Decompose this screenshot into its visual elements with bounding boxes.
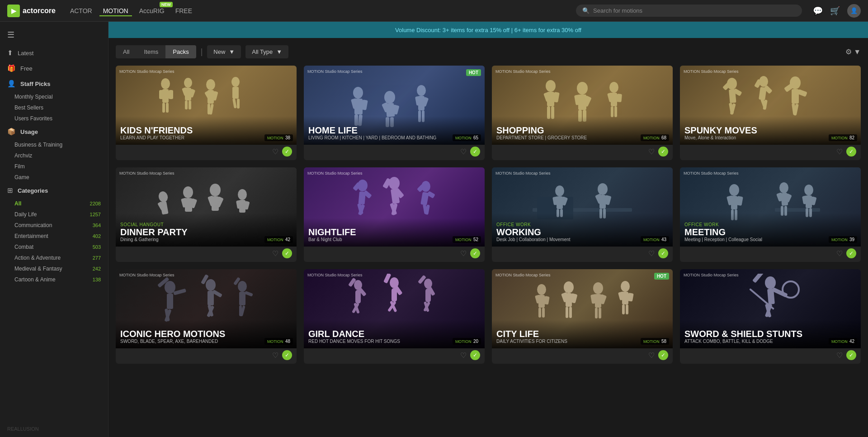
card-add-button[interactable]: ✓ bbox=[470, 248, 480, 258]
card-like-button[interactable]: ♡ bbox=[272, 351, 278, 360]
nav-free[interactable]: FREE bbox=[172, 5, 196, 16]
sidebar-cat-entertainment[interactable]: Entertainment 402 bbox=[0, 231, 108, 242]
sidebar-sub-business[interactable]: Business & Training bbox=[0, 139, 108, 150]
cart-icon[interactable]: 🛒 bbox=[830, 6, 840, 16]
logo[interactable]: ▶ actorcore bbox=[7, 5, 56, 17]
sidebar-item-latest[interactable]: ⬆ Latest bbox=[0, 45, 108, 61]
motion-card-10[interactable]: MOTION Studio Mocap Series GIRL DANCE RE… bbox=[304, 269, 485, 364]
card-add-button[interactable]: ✓ bbox=[470, 350, 480, 360]
card-series: MOTION Studio Mocap Series bbox=[119, 273, 175, 277]
card-like-button[interactable]: ♡ bbox=[836, 249, 843, 258]
motion-card-12[interactable]: MOTION Studio Mocap Series SWORD & SHIEL… bbox=[680, 269, 861, 364]
sidebar-cat-medieval[interactable]: Medieval & Fantasy 242 bbox=[0, 263, 108, 274]
sidebar-sub-film[interactable]: Film bbox=[0, 161, 108, 172]
motion-card-9[interactable]: MOTION Studio Mocap Series ICONIC HERO M… bbox=[116, 269, 297, 364]
card-like-button[interactable]: ♡ bbox=[648, 249, 655, 258]
message-icon[interactable]: 💬 bbox=[813, 6, 823, 16]
card-add-button[interactable]: ✓ bbox=[658, 147, 668, 157]
sidebar-sub-archviz[interactable]: Archviz bbox=[0, 150, 108, 161]
search-bar[interactable]: 🔍 bbox=[576, 5, 802, 17]
sidebar-cat-cartoon[interactable]: Cartoon & Anime 138 bbox=[0, 274, 108, 285]
filter-type-dropdown[interactable]: All Type ▼ bbox=[245, 45, 288, 58]
card-series: MOTION Studio Mocap Series bbox=[307, 171, 363, 176]
card-add-button[interactable]: ✓ bbox=[846, 248, 856, 258]
card-add-button[interactable]: ✓ bbox=[282, 248, 292, 258]
card-actions: ♡ ✓ bbox=[680, 348, 861, 364]
svg-rect-182 bbox=[538, 308, 541, 318]
sidebar-cat-action-adventure[interactable]: Action & Adventure 277 bbox=[0, 252, 108, 263]
card-thumb-bg: MOTION Studio Mocap Series SWORD & SHIEL… bbox=[680, 269, 861, 348]
sidebar-sub-users-favorites[interactable]: Users Favorites bbox=[0, 113, 108, 124]
cat-communication-label: Communication bbox=[14, 222, 52, 228]
card-add-button[interactable]: ✓ bbox=[658, 248, 668, 258]
cat-cartoon-label: Cartoon & Anime bbox=[14, 276, 56, 283]
nav-actor[interactable]: ACTOR bbox=[66, 5, 96, 16]
card-thumbnail: MOTION Studio Mocap Series GIRL DANCE RE… bbox=[304, 269, 485, 348]
card-add-button[interactable]: ✓ bbox=[282, 350, 292, 360]
card-like-button[interactable]: ♡ bbox=[460, 249, 467, 258]
card-like-button[interactable]: ♡ bbox=[460, 351, 467, 360]
top-navigation: ▶ actorcore ACTOR MOTION AccuRIG NEW FRE… bbox=[0, 0, 868, 22]
card-add-button[interactable]: ✓ bbox=[282, 147, 292, 157]
card-like-button[interactable]: ♡ bbox=[648, 147, 655, 156]
card-like-button[interactable]: ♡ bbox=[272, 147, 278, 156]
sidebar-sub-monthly-special[interactable]: Monthly Special bbox=[0, 91, 108, 102]
card-actions: ♡ ✓ bbox=[116, 247, 297, 262]
motion-card-2[interactable]: HOT MOTION Studio Mocap Series HOME LIFE… bbox=[304, 66, 485, 160]
sidebar-sub-game[interactable]: Game bbox=[0, 172, 108, 183]
filter-tab-all[interactable]: All bbox=[116, 45, 137, 58]
hamburger-menu[interactable]: ☰ bbox=[0, 27, 108, 45]
svg-rect-56 bbox=[611, 106, 613, 117]
card-series: MOTION Studio Mocap Series bbox=[495, 69, 551, 74]
card-like-button[interactable]: ♡ bbox=[460, 147, 467, 156]
card-like-button[interactable]: ♡ bbox=[272, 249, 278, 258]
motion-card-4[interactable]: MOTION Studio Mocap Series SPUNKY MOVES … bbox=[680, 66, 861, 160]
card-title-overlay: KIDS N'FRIENDS bbox=[120, 125, 292, 135]
card-motion-badge: MOTION 82 bbox=[829, 134, 857, 141]
motion-card-8[interactable]: MOTION Studio Mocap Series OFFICE WORK M… bbox=[680, 167, 861, 262]
search-input[interactable] bbox=[593, 7, 796, 14]
motion-card-11[interactable]: HOT MOTION Studio Mocap Series CITY LIFE… bbox=[492, 269, 673, 364]
nav-accurig[interactable]: AccuRIG NEW bbox=[136, 5, 168, 16]
card-title-overlay: CITY LIFE bbox=[496, 329, 668, 339]
avatar[interactable]: 👤 bbox=[847, 4, 861, 18]
filter-new-dropdown[interactable]: New ▼ bbox=[207, 45, 241, 58]
card-like-button[interactable]: ♡ bbox=[836, 147, 843, 156]
svg-point-178 bbox=[537, 284, 546, 295]
search-icon: 🔍 bbox=[582, 7, 590, 14]
card-title-overlay: SPUNKY MOVES bbox=[684, 125, 856, 135]
card-add-button[interactable]: ✓ bbox=[658, 350, 668, 360]
card-motion-badge: MOTION 20 bbox=[453, 338, 481, 345]
svg-rect-201 bbox=[626, 304, 628, 314]
sidebar-cat-combat[interactable]: Combat 503 bbox=[0, 242, 108, 252]
motion-card-7[interactable]: MOTION Studio Mocap Series OFFICE WORK W… bbox=[492, 167, 673, 262]
nav-motion[interactable]: MOTION bbox=[99, 5, 132, 16]
main-content: All Items Packs | New ▼ All Type ▼ ⚙ ▼ bbox=[108, 38, 868, 437]
cat-communication-count: 364 bbox=[93, 223, 101, 228]
motion-card-5[interactable]: MOTION Studio Mocap Series SOCIAL HANGOU… bbox=[116, 167, 297, 262]
card-like-button[interactable]: ♡ bbox=[836, 351, 843, 360]
svg-point-76 bbox=[157, 190, 169, 203]
card-add-button[interactable]: ✓ bbox=[846, 147, 856, 157]
sidebar-sub-best-sellers[interactable]: Best Sellers bbox=[0, 102, 108, 113]
sidebar-cat-communication[interactable]: Communication 364 bbox=[0, 220, 108, 231]
filter-tab-packs[interactable]: Packs bbox=[165, 45, 196, 58]
motion-card-1[interactable]: MOTION Studio Mocap Series KIDS N'FRIEND… bbox=[116, 66, 297, 160]
filter-new-chevron: ▼ bbox=[229, 48, 235, 55]
motion-label: MOTION bbox=[267, 339, 283, 344]
motion-card-6[interactable]: MOTION Studio Mocap Series NIGHTLIFE Bar… bbox=[304, 167, 485, 262]
sidebar-item-free[interactable]: 🎁 Free bbox=[0, 61, 108, 76]
card-add-button[interactable]: ✓ bbox=[846, 350, 856, 360]
card-title-overlay: SWORD & SHIELD STUNTS bbox=[684, 329, 856, 339]
card-add-button[interactable]: ✓ bbox=[470, 147, 480, 157]
card-thumbnail: HOT MOTION Studio Mocap Series CITY LIFE… bbox=[492, 269, 673, 348]
motion-card-3[interactable]: MOTION Studio Mocap Series SHOPPING DEPA… bbox=[492, 66, 673, 160]
sidebar-cat-daily-life[interactable]: Daily Life 1257 bbox=[0, 209, 108, 220]
card-like-button[interactable]: ♡ bbox=[648, 351, 655, 360]
card-thumbnail: MOTION Studio Mocap Series SOCIAL HANGOU… bbox=[116, 167, 297, 247]
card-thumb-bg: MOTION Studio Mocap Series GIRL DANCE RE… bbox=[304, 269, 485, 348]
svg-point-34 bbox=[417, 85, 426, 96]
sidebar-cat-all[interactable]: All 2208 bbox=[0, 198, 108, 209]
settings-button[interactable]: ⚙ ▼ bbox=[845, 48, 861, 56]
filter-tab-items[interactable]: Items bbox=[137, 45, 165, 58]
